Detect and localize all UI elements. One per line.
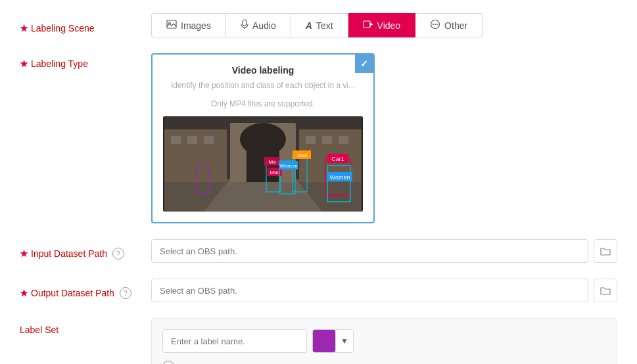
svg-rect-19	[171, 136, 181, 144]
audio-tab-label: Audio	[252, 20, 276, 31]
svg-marker-5	[370, 23, 373, 26]
video-icon	[363, 20, 373, 30]
svg-rect-0	[167, 20, 176, 28]
tab-audio[interactable]: Audio	[226, 13, 291, 37]
add-label-text: Add Label	[178, 362, 217, 365]
input-dataset-row	[151, 239, 617, 263]
svg-text:Man: Man	[270, 170, 280, 175]
labeling-type-label: ★ Labeling Type	[20, 53, 151, 69]
svg-point-8	[435, 24, 436, 25]
scene-tabs: Images Audio A Text	[151, 13, 483, 37]
card-desc1: Identify the position and class of each …	[163, 80, 363, 91]
tab-video[interactable]: Video	[348, 13, 416, 37]
text-icon: A	[306, 20, 312, 31]
output-folder-button[interactable]	[594, 279, 617, 302]
video-tab-label: Video	[377, 20, 401, 31]
audio-icon	[241, 19, 248, 32]
text-tab-label: Text	[316, 20, 333, 31]
label-set-section: ▼ + Add Label	[151, 318, 617, 364]
svg-text:Car1: Car1	[331, 156, 344, 162]
svg-point-9	[436, 24, 438, 25]
label-name-input[interactable]	[162, 329, 307, 353]
color-picker-group: ▼	[312, 329, 354, 353]
color-swatch[interactable]	[312, 329, 336, 353]
output-dataset-row	[151, 279, 617, 302]
svg-rect-21	[204, 136, 214, 144]
svg-text:Man: Man	[297, 152, 308, 158]
label-input-row: ▼	[162, 329, 606, 353]
input-dataset-label: ★ Input Dataset Path ?	[20, 242, 151, 260]
folder-icon-output	[600, 286, 611, 295]
svg-rect-4	[364, 21, 370, 28]
add-label-button[interactable]: + Add Label	[162, 361, 217, 364]
output-obs-path-field[interactable]	[151, 279, 588, 302]
labeling-scene-label: ★ Labeling Scene	[20, 18, 151, 34]
output-path-help-icon[interactable]: ?	[120, 287, 131, 299]
tab-text[interactable]: A Text	[291, 13, 348, 37]
video-preview: Car1 Women Ma Man Women	[163, 116, 363, 212]
svg-rect-22	[306, 136, 316, 144]
svg-text:Women: Women	[330, 174, 350, 181]
label-set-label: Label Set	[20, 318, 151, 335]
folder-icon	[600, 246, 611, 256]
card-desc2: Only MP4 files are supported.	[163, 98, 363, 110]
images-tab-label: Images	[181, 20, 211, 31]
input-folder-button[interactable]	[594, 239, 617, 263]
video-labeling-card[interactable]: Video labeling Identify the position and…	[151, 53, 375, 223]
selected-checkmark	[355, 55, 373, 73]
svg-rect-20	[187, 136, 197, 144]
input-path-help-icon[interactable]: ?	[112, 248, 124, 260]
images-icon	[166, 20, 177, 31]
card-title: Video labeling	[163, 65, 363, 76]
svg-point-7	[433, 24, 434, 25]
other-tab-label: Other	[444, 20, 467, 31]
plus-circle-icon: +	[162, 361, 174, 364]
svg-rect-23	[322, 136, 332, 144]
color-dropdown-button[interactable]: ▼	[335, 329, 354, 353]
tab-images[interactable]: Images	[151, 13, 226, 37]
other-icon	[430, 19, 440, 32]
svg-rect-2	[243, 20, 247, 26]
input-obs-path-field[interactable]	[151, 239, 588, 263]
svg-rect-24	[339, 136, 348, 144]
svg-text:Women: Women	[279, 163, 297, 169]
output-dataset-label: ★ Output Dataset Path ?	[20, 282, 151, 299]
tab-other[interactable]: Other	[415, 13, 483, 37]
svg-text:Ma: Ma	[268, 159, 276, 165]
